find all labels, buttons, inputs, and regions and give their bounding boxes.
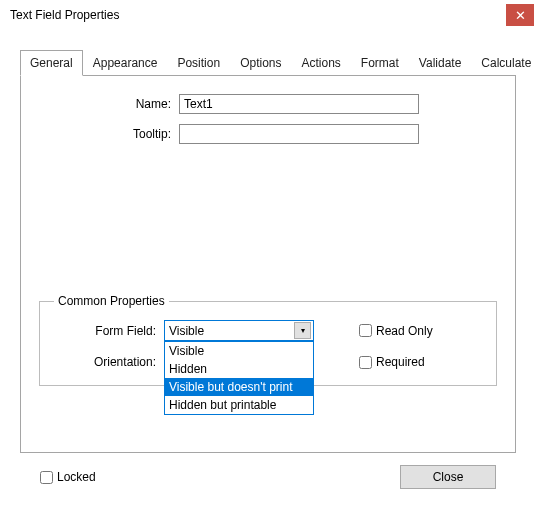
form-field-label: Form Field: [54, 324, 164, 338]
common-properties-legend: Common Properties [54, 294, 169, 308]
tab-position[interactable]: Position [167, 50, 230, 76]
tab-general-label: General [30, 56, 73, 70]
locked-checkbox[interactable] [40, 471, 53, 484]
dialog-footer: Locked Close [20, 453, 516, 489]
window-close-button[interactable]: ✕ [506, 4, 534, 26]
locked-checkbox-row[interactable]: Locked [40, 470, 96, 484]
required-checkbox[interactable] [359, 356, 372, 369]
read-only-checkbox-row[interactable]: Read Only [319, 324, 482, 338]
close-icon: ✕ [515, 8, 526, 23]
dialog-content: General Appearance Position Options Acti… [0, 30, 536, 501]
tab-calculate-label: Calculate [481, 56, 531, 70]
tab-options-label: Options [240, 56, 281, 70]
name-input[interactable] [179, 94, 419, 114]
common-properties-group: Common Properties Form Field: Visible ▾ … [39, 294, 497, 386]
tab-actions[interactable]: Actions [291, 50, 350, 76]
tabs: General Appearance Position Options Acti… [20, 50, 516, 76]
name-label: Name: [39, 97, 179, 111]
tab-position-label: Position [177, 56, 220, 70]
tooltip-label: Tooltip: [39, 127, 179, 141]
form-field-option-visible[interactable]: Visible [165, 342, 313, 360]
locked-label: Locked [57, 470, 96, 484]
required-checkbox-row[interactable]: Required [319, 355, 482, 369]
form-field-dropdown-list: Visible Hidden Visible but doesn't print… [164, 341, 314, 415]
tab-body-general: Name: Tooltip: Common Properties Form Fi… [20, 75, 516, 453]
chevron-down-icon: ▾ [294, 322, 311, 339]
form-field-combo[interactable]: Visible ▾ Visible Hidden Visible but doe… [164, 320, 314, 341]
form-field-option-hidden[interactable]: Hidden [165, 360, 313, 378]
form-field-option-visible-no-print[interactable]: Visible but doesn't print [165, 378, 313, 396]
orientation-label: Orientation: [54, 355, 164, 369]
tab-actions-label: Actions [301, 56, 340, 70]
read-only-label: Read Only [376, 324, 433, 338]
form-field-option-hidden-printable[interactable]: Hidden but printable [165, 396, 313, 414]
tab-appearance[interactable]: Appearance [83, 50, 168, 76]
read-only-checkbox[interactable] [359, 324, 372, 337]
tab-general[interactable]: General [20, 50, 83, 76]
tab-calculate[interactable]: Calculate [471, 50, 536, 76]
titlebar: Text Field Properties ✕ [0, 0, 536, 30]
tab-validate-label: Validate [419, 56, 461, 70]
close-button[interactable]: Close [400, 465, 496, 489]
tab-options[interactable]: Options [230, 50, 291, 76]
tab-validate[interactable]: Validate [409, 50, 471, 76]
tooltip-input[interactable] [179, 124, 419, 144]
tab-format[interactable]: Format [351, 50, 409, 76]
required-label: Required [376, 355, 425, 369]
tab-format-label: Format [361, 56, 399, 70]
form-field-value: Visible [169, 324, 204, 338]
form-field-combo-display[interactable]: Visible ▾ [164, 320, 314, 341]
window-title: Text Field Properties [10, 8, 119, 22]
tab-appearance-label: Appearance [93, 56, 158, 70]
